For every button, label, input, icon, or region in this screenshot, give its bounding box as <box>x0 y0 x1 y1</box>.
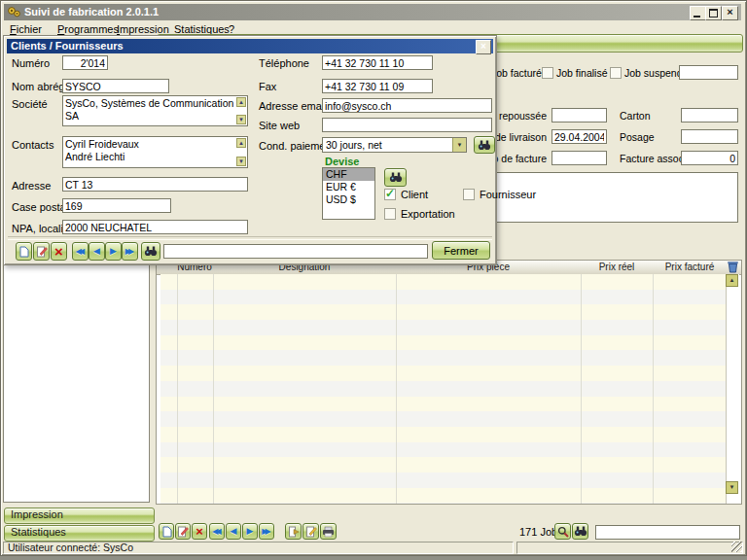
delete-record-button[interactable]: × <box>51 242 67 261</box>
dialog-title-bar[interactable]: Clients / Fournisseurs × <box>7 39 493 53</box>
devise-option-eur[interactable]: EUR € <box>323 181 374 193</box>
scroll-up-icon[interactable]: ▲ <box>236 138 246 148</box>
devise-option-chf[interactable]: CHF <box>323 168 374 181</box>
close-icon: × <box>727 6 732 18</box>
next-record-button[interactable]: ▶ <box>105 242 122 261</box>
menu-fichier[interactable]: Fichier <box>7 22 45 36</box>
scroll-down-icon[interactable]: ▼ <box>726 481 738 494</box>
status-bar-user: Utilisateur connecté: SysCo <box>3 542 514 554</box>
no-facture-field[interactable] <box>551 151 607 165</box>
binoculars-icon <box>478 140 491 151</box>
edit-job-button[interactable] <box>175 523 191 540</box>
print-button[interactable] <box>320 523 337 540</box>
desktop: Suivi de fabrication 2.0.1.1 × Fichier P… <box>0 0 747 560</box>
last-job-button[interactable]: ▶▶ <box>259 523 274 540</box>
grid-line <box>653 274 654 504</box>
close-button[interactable]: × <box>722 6 738 20</box>
delete-job-button[interactable]: × <box>192 523 207 540</box>
minimize-button[interactable] <box>690 6 706 20</box>
scroll-up-icon[interactable]: ▲ <box>726 274 738 287</box>
carton-field[interactable] <box>681 108 738 122</box>
contacts-text: Cyril Froidevaux André Liechti <box>65 138 234 163</box>
dialog-search-input[interactable] <box>163 244 428 259</box>
facture-associee-field[interactable] <box>681 151 738 165</box>
scroll-down-icon[interactable]: ▼ <box>236 157 246 166</box>
cond-paiement-value: 30 jours, net <box>326 139 382 152</box>
societe-textarea[interactable]: SysCo, Systèmes de Communication SA ▲ ▼ <box>62 95 248 126</box>
last-record-button[interactable]: ▶▶ <box>122 242 138 261</box>
client-checkbox[interactable]: ✓ <box>384 189 396 200</box>
site-web-field[interactable] <box>322 118 492 132</box>
scroll-up-icon[interactable]: ▲ <box>236 97 246 107</box>
chevron-down-icon[interactable]: ▼ <box>452 138 466 152</box>
job-suspendu-checkbox[interactable] <box>610 67 622 79</box>
scroll-down-icon[interactable]: ▼ <box>236 115 246 124</box>
first-job-button[interactable]: ◀◀ <box>209 523 225 540</box>
dialog-close-button[interactable]: × <box>476 40 491 54</box>
cond-paiement-search-button[interactable] <box>474 136 495 154</box>
last-record-icon: ▶▶ <box>262 527 270 536</box>
contacts-textarea[interactable]: Cyril Froidevaux André Liechti ▲ ▼ <box>62 136 248 168</box>
npa-localite-field[interactable] <box>62 220 248 234</box>
resize-grip[interactable] <box>731 542 742 552</box>
find-jobs-button[interactable] <box>572 523 588 540</box>
title-bar[interactable]: Suivi de fabrication 2.0.1.1 × <box>4 4 741 20</box>
posage-field[interactable] <box>681 129 738 144</box>
binoculars-icon <box>144 246 158 257</box>
search-jobs-button[interactable] <box>554 523 571 540</box>
jobs-search-input[interactable] <box>595 525 740 540</box>
flag-extra-field[interactable] <box>679 65 738 80</box>
table-scrollbar[interactable] <box>726 274 739 504</box>
exportation-checkbox[interactable] <box>384 208 396 220</box>
previous-record-button[interactable]: ◀ <box>89 242 105 261</box>
cond-paiement-select[interactable]: 30 jours, net ▼ <box>322 137 467 153</box>
maximize-icon <box>709 9 718 18</box>
exportation-label: Exportation <box>401 208 455 221</box>
adresse-label: Adresse <box>12 180 51 192</box>
report-button[interactable] <box>302 523 319 540</box>
telephone-field[interactable] <box>322 55 433 70</box>
fermer-button[interactable]: Fermer <box>432 241 490 260</box>
search-icon <box>557 526 569 538</box>
status-bar-right <box>516 542 743 554</box>
job-finalise-label: Job finalisé <box>556 67 608 80</box>
header-prix-facture[interactable]: Prix facturé <box>653 262 727 272</box>
sidebar-item-statistiques[interactable]: Statistiques <box>4 525 155 542</box>
jobs-list-panel[interactable] <box>3 261 150 503</box>
next-job-button[interactable]: ▶ <box>242 523 258 540</box>
first-record-icon: ◀◀ <box>212 527 221 536</box>
previous-record-icon: ◀ <box>231 527 237 536</box>
email-field[interactable] <box>322 98 492 113</box>
new-record-button[interactable] <box>16 242 32 261</box>
previous-job-button[interactable]: ◀ <box>226 523 241 540</box>
door-arrow-icon <box>288 526 300 538</box>
numero-field[interactable] <box>62 55 108 70</box>
devise-search-button[interactable] <box>384 168 407 187</box>
job-finalise-checkbox[interactable] <box>542 67 553 79</box>
edit-record-button[interactable] <box>33 242 50 261</box>
date-livraison-field[interactable] <box>551 129 607 144</box>
exit-door-button[interactable] <box>285 523 302 540</box>
new-document-icon <box>18 246 29 258</box>
fournisseur-checkbox[interactable] <box>463 189 475 200</box>
sidebar-item-impression[interactable]: Impression <box>4 508 155 524</box>
menu-programmes[interactable]: Programmes <box>54 22 122 36</box>
nom-abrege-field[interactable] <box>62 79 169 93</box>
fax-field[interactable] <box>322 79 433 93</box>
maximize-button[interactable] <box>705 6 722 20</box>
next-record-icon: ▶ <box>247 527 254 536</box>
table-rows[interactable] <box>160 274 726 504</box>
devise-option-usd[interactable]: USD $ <box>323 193 374 206</box>
trash-icon[interactable] <box>728 261 738 273</box>
fournisseur-label: Fournisseur <box>480 189 536 201</box>
search-record-button[interactable] <box>141 242 160 261</box>
livraison-repoussee-field[interactable] <box>551 108 607 122</box>
first-record-button[interactable]: ◀◀ <box>72 242 89 261</box>
case-postale-field[interactable] <box>62 198 171 213</box>
printer-icon <box>322 526 335 538</box>
site-web-label: Site web <box>259 120 300 132</box>
new-job-button[interactable] <box>159 523 174 540</box>
header-prix-reel[interactable]: Prix réel <box>581 262 653 272</box>
adresse-field[interactable] <box>62 177 248 192</box>
minimize-icon <box>694 16 700 18</box>
